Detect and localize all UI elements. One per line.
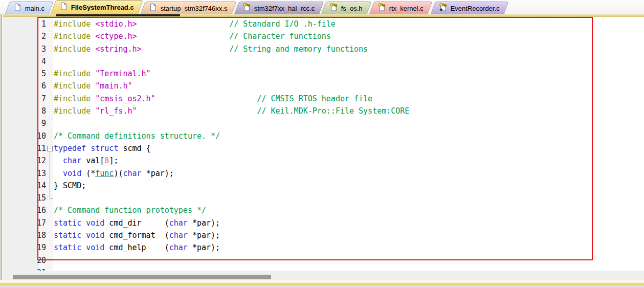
code-text: static void cmd_help (char *par); [54,241,220,254]
code-text: static void cmd_format (char *par); [54,229,220,241]
active-tab-indicator [56,14,180,16]
code-line[interactable]: 15 [0,192,644,204]
code-line[interactable]: 1#include <stdio.h> // Standard I/O .h-f… [0,18,644,30]
tab-rtx-kernel-c[interactable]: rtx_kernel.c [369,2,433,14]
tab-stm32f7xx-hal-rcc-c[interactable]: stm32f7xx_hal_rcc.c [234,2,324,14]
code-text: #include "rl_fs.h" // Keil.MDK-Pro::File… [54,105,409,117]
fold-toggle[interactable]: − [47,146,53,151]
tab-filesystemthread-c[interactable]: FileSystemThread.c [51,0,143,14]
line-number: 2 [20,30,46,42]
line-number: 12 [20,154,46,167]
fold-guide [50,151,50,198]
line-number: 4 [20,55,46,68]
tab-main-c[interactable]: main.c [5,2,53,14]
code-text: /* Command function prototypes */ [54,204,206,216]
code-line[interactable]: 6#include "main.h" [0,80,644,92]
code-text: #include "cmsis_os2.h" // CMSIS RTOS hea… [54,93,372,105]
document-readonly-config-icon [439,3,447,13]
window-left-border [0,14,3,280]
document-readonly-icon [378,3,386,13]
code-text: static void cmd_dir (char *par); [54,217,220,229]
horizontal-scrollbar[interactable] [3,271,644,280]
code-line[interactable]: 14} SCMD; [0,180,644,192]
document-icon [149,3,158,13]
code-line[interactable]: 10/* Command definitions structure. */ [0,130,644,142]
code-text: #include <string.h> // String and memory… [54,43,368,55]
line-number: 8 [20,105,46,117]
code-line[interactable]: 13 void (*func)(char *par); [0,167,644,180]
tab-label: main.c [25,5,45,12]
code-line[interactable]: 2#include <ctype.h> // Character functio… [0,30,644,42]
tab-label: fs_os.h [341,5,363,12]
line-number: 11 [20,142,46,154]
fold-guide-foot [50,198,53,198]
code-line[interactable]: 16/* Command function prototypes */ [0,204,644,216]
code-line[interactable]: 7#include "cmsis_os2.h" // CMSIS RTOS he… [0,93,644,105]
editor[interactable]: 1#include <stdio.h> // Standard I/O .h-f… [0,17,644,271]
line-number: 3 [20,43,46,55]
code-lines: 1#include <stdio.h> // Standard I/O .h-f… [0,18,644,271]
line-number: 15 [20,192,46,204]
code-line[interactable]: 20 [0,254,644,267]
line-number: 5 [20,68,46,80]
code-line[interactable]: 17static void cmd_dir (char *par); [0,217,644,229]
line-number: 16 [20,204,46,216]
code-text: #include <ctype.h> // Character function… [54,30,331,42]
line-number: 9 [20,117,46,129]
line-number: 1 [20,18,46,30]
code-line[interactable]: 19static void cmd_help (char *par); [0,241,644,254]
code-text: #include "Terminal.h" [54,68,151,80]
line-number: 17 [20,217,46,229]
code-text: char val[8]; [54,154,118,167]
code-line[interactable]: 11typedef struct scmd { [0,142,644,154]
tab-label: EventRecorder.c [450,5,499,12]
code-line[interactable]: 18static void cmd_format (char *par); [0,229,644,241]
code-line[interactable]: 9 [0,117,644,129]
line-number: 18 [20,229,46,241]
tab-label: FileSystemThread.c [71,4,134,11]
code-text: #include "main.h" [54,80,132,92]
line-number: 20 [20,254,46,267]
code-text: typedef struct scmd { [54,142,151,154]
document-icon [14,3,22,13]
tab-eventrecorder-c[interactable]: EventRecorder.c [430,2,508,14]
code-text: void (*func)(char *par); [54,167,174,180]
code-line[interactable]: 3#include <string.h> // String and memor… [0,43,644,55]
scrollbar-thumb[interactable] [13,275,271,279]
bottom-panel-edge [0,285,644,288]
line-number: 10 [20,130,46,142]
code-line[interactable]: 5#include "Terminal.h" [0,68,644,80]
code-text: } SCMD; [54,180,86,192]
document-readonly-icon [243,3,251,13]
code-line[interactable]: 21 [0,267,644,271]
code-text: #include <stdio.h> // Standard I/O .h-fi… [54,18,336,30]
code-line[interactable]: 8#include "rl_fs.h" // Keil.MDK-Pro::Fil… [0,105,644,117]
line-number: 7 [20,93,46,105]
code-line[interactable]: 4 [0,55,644,68]
line-number: 14 [20,180,46,192]
tab-label: rtx_kernel.c [389,5,424,12]
line-number: 21 [20,267,46,271]
line-number: 13 [20,167,46,180]
code-text: /* Command definitions structure. */ [54,130,220,142]
tab-startup-stm32f746xx-s[interactable]: startup_stm32f746xx.s [141,2,237,14]
code-line[interactable]: 12 char val[8]; [0,154,644,167]
tab-label: startup_stm32f746xx.s [161,5,228,12]
document-readonly-icon [330,3,338,13]
tab-bar: main.cFileSystemThread.cstartup_stm32f74… [0,0,644,14]
tab-label: stm32f7xx_hal_rcc.c [254,5,315,12]
line-number: 19 [20,241,46,254]
tab-fs-os-h[interactable]: fs_os.h [321,2,372,14]
document-icon [60,2,68,12]
line-number: 6 [20,80,46,92]
